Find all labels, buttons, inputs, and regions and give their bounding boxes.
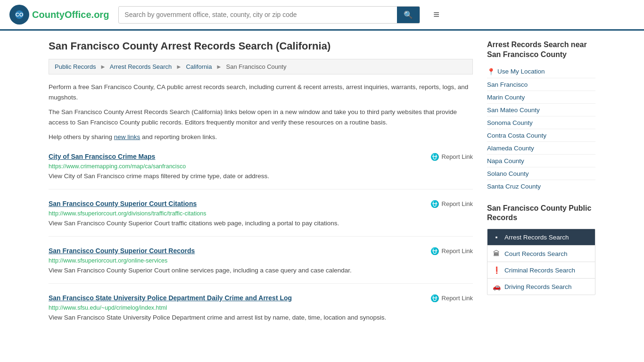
new-links-link[interactable]: new links bbox=[114, 133, 140, 140]
intro-paragraph-2: The San Francisco County Arrest Records … bbox=[49, 107, 473, 127]
record-title-row: San Francisco State University Police De… bbox=[49, 294, 473, 303]
criminal-records-icon: ❗ bbox=[492, 266, 501, 274]
report-link-btn[interactable]: ⛎ Report Link bbox=[430, 247, 473, 255]
record-title-row: San Francisco County Superior Court Reco… bbox=[49, 247, 473, 255]
pub-rec-driving-records[interactable]: 🚗 Driving Records Search bbox=[487, 279, 595, 295]
menu-button[interactable]: ≡ bbox=[429, 7, 443, 23]
pub-rec-list: ▪ Arrest Records Search 🏛 Court Records … bbox=[487, 229, 595, 295]
use-my-location-item[interactable]: 📍 Use My Location bbox=[487, 66, 595, 78]
location-pin-icon: 📍 bbox=[487, 68, 495, 75]
search-bar: 🔍 bbox=[118, 6, 420, 24]
report-icon: ⛎ bbox=[430, 247, 439, 255]
report-icon: ⛎ bbox=[430, 153, 439, 161]
record-url: http://www.sfsuperiorcourt.org/divisions… bbox=[49, 210, 473, 217]
breadcrumb-public-records[interactable]: Public Records bbox=[55, 63, 96, 70]
report-link-btn[interactable]: ⛎ Report Link bbox=[430, 153, 473, 161]
record-title-link[interactable]: San Francisco County Superior Court Reco… bbox=[49, 247, 195, 255]
record-url: https://www.crimemapping.com/map/ca/sanf… bbox=[49, 163, 473, 170]
search-input[interactable] bbox=[119, 7, 397, 22]
sidebar: Arrest Records Search near San Francisco… bbox=[487, 40, 595, 330]
breadcrumb-sf-county: San Francisco County bbox=[226, 63, 287, 70]
record-title-link[interactable]: San Francisco County Superior Court Cita… bbox=[49, 200, 197, 207]
nearby-solano-county[interactable]: Solano County bbox=[487, 167, 595, 180]
record-desc: View San Francisco State University Poli… bbox=[49, 313, 473, 323]
header: CO CountyOffice.org 🔍 ≡ bbox=[0, 0, 644, 31]
report-icon: ⛎ bbox=[430, 200, 439, 208]
svg-text:CO: CO bbox=[16, 12, 24, 17]
record-desc: View San Francisco County Superior Court… bbox=[49, 219, 473, 229]
record-entry: San Francisco State University Police De… bbox=[49, 294, 473, 330]
pub-rec-criminal-records[interactable]: ❗ Criminal Records Search bbox=[487, 262, 595, 279]
sidebar-pub-rec-heading: San Francisco County Public Records bbox=[487, 204, 595, 223]
nearby-alameda-county[interactable]: Alameda County bbox=[487, 142, 595, 155]
record-title-link[interactable]: San Francisco State University Police De… bbox=[49, 294, 292, 302]
breadcrumb-california[interactable]: California bbox=[186, 63, 212, 70]
nearby-santa-cruz-county[interactable]: Santa Cruz County bbox=[487, 180, 595, 192]
record-entry: San Francisco County Superior Court Reco… bbox=[49, 247, 473, 284]
page-title: San Francisco County Arrest Records Sear… bbox=[49, 40, 473, 52]
intro-paragraph-3: Help others by sharing new links and rep… bbox=[49, 132, 473, 142]
report-link-label: Report Link bbox=[442, 153, 473, 160]
record-url: http://www.sfsu.edu/~upd/crimelog/index.… bbox=[49, 304, 473, 311]
report-link-label: Report Link bbox=[442, 295, 473, 302]
sidebar-nearby-section: Arrest Records Search near San Francisco… bbox=[487, 40, 595, 192]
page-content: San Francisco County Arrest Records Sear… bbox=[39, 31, 605, 340]
nearby-contra-costa-county[interactable]: Contra Costa County bbox=[487, 129, 595, 142]
record-desc: View San Francisco County Superior Court… bbox=[49, 266, 473, 276]
report-link-label: Report Link bbox=[442, 200, 473, 207]
record-title-row: San Francisco County Superior Court Cita… bbox=[49, 200, 473, 208]
sidebar-nearby-list: 📍 Use My Location San Francisco Marin Co… bbox=[487, 66, 595, 192]
nearby-san-mateo-county[interactable]: San Mateo County bbox=[487, 104, 595, 116]
record-title-row: City of San Francisco Crime Maps ⛎ Repor… bbox=[49, 153, 473, 161]
records-container: City of San Francisco Crime Maps ⛎ Repor… bbox=[49, 153, 473, 330]
nearby-sonoma-county[interactable]: Sonoma County bbox=[487, 116, 595, 129]
driving-records-icon: 🚗 bbox=[492, 283, 501, 290]
record-desc: View City of San Francisco crime maps fi… bbox=[49, 172, 473, 181]
pub-rec-arrest-records[interactable]: ▪ Arrest Records Search bbox=[487, 229, 595, 246]
intro-paragraph-1: Perform a free San Francisco County, CA … bbox=[49, 82, 473, 102]
breadcrumb-arrest-records[interactable]: Arrest Records Search bbox=[110, 63, 172, 70]
record-title-link[interactable]: City of San Francisco Crime Maps bbox=[49, 153, 155, 160]
pub-rec-court-records[interactable]: 🏛 Court Records Search bbox=[487, 246, 595, 262]
report-link-btn[interactable]: ⛎ Report Link bbox=[430, 294, 473, 303]
logo-link[interactable]: CO CountyOffice.org bbox=[9, 5, 109, 25]
report-link-label: Report Link bbox=[442, 247, 473, 255]
report-link-btn[interactable]: ⛎ Report Link bbox=[430, 200, 473, 208]
record-entry: San Francisco County Superior Court Cita… bbox=[49, 200, 473, 237]
arrest-records-icon: ▪ bbox=[492, 233, 501, 241]
nearby-marin-county[interactable]: Marin County bbox=[487, 91, 595, 104]
nearby-napa-county[interactable]: Napa County bbox=[487, 155, 595, 167]
nearby-san-francisco[interactable]: San Francisco bbox=[487, 78, 595, 91]
sidebar-pub-rec-section: San Francisco County Public Records ▪ Ar… bbox=[487, 204, 595, 296]
record-entry: City of San Francisco Crime Maps ⛎ Repor… bbox=[49, 153, 473, 189]
use-location-btn[interactable]: 📍 Use My Location bbox=[487, 68, 595, 75]
logo-icon: CO bbox=[9, 5, 29, 25]
logo-text: CountyOffice.org bbox=[32, 9, 109, 20]
record-url: http://www.sfsuperiorcourt.org/online-se… bbox=[49, 257, 473, 264]
report-icon: ⛎ bbox=[430, 294, 439, 303]
court-records-icon: 🏛 bbox=[492, 250, 501, 257]
sidebar-nearby-heading: Arrest Records Search near San Francisco… bbox=[487, 40, 595, 60]
main-column: San Francisco County Arrest Records Sear… bbox=[49, 40, 473, 330]
search-button[interactable]: 🔍 bbox=[397, 7, 420, 23]
breadcrumb: Public Records ► Arrest Records Search ►… bbox=[49, 59, 473, 74]
